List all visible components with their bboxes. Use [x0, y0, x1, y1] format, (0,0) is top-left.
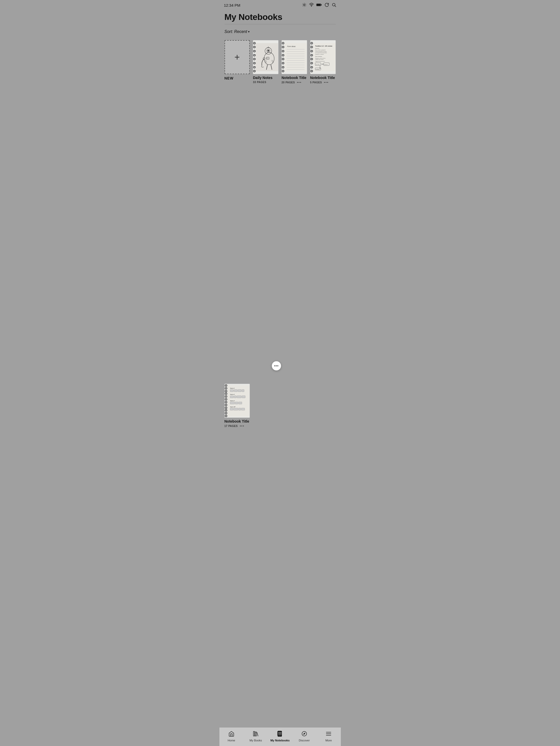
sort-label: Sort: Recent	[225, 29, 247, 34]
nav-my-books-label: My Books	[250, 739, 262, 742]
nav-more-label: More	[325, 739, 332, 742]
svg-point-19	[268, 50, 269, 52]
svg-text:Option 1: Option 1	[230, 388, 234, 389]
svg-text:Feedback: Feedback	[316, 69, 319, 70]
battery-icon	[316, 3, 322, 7]
notebook-4-meta: 17 PAGES •••	[225, 424, 250, 428]
notebook-grid: + NEW	[219, 36, 341, 727]
nav-discover[interactable]: Discover	[292, 729, 316, 743]
svg-line-7	[303, 6, 303, 6]
spiral-binding-3	[310, 40, 313, 74]
notebook-3-info: Notebook Title 5 PAGES •••	[310, 76, 336, 84]
svg-rect-64	[230, 390, 233, 392]
svg-point-9	[311, 6, 312, 7]
svg-line-4	[305, 6, 306, 6]
more-menu-icon	[326, 731, 332, 738]
svg-text:Option 4P: Option 4P	[230, 406, 235, 407]
notebook-3-item[interactable]: Toolkits 1.0 - UX review Scenario: A use…	[310, 40, 336, 380]
svg-text:Option 2: Option 2	[230, 394, 234, 395]
nav-home-label: Home	[228, 739, 235, 742]
new-notebook-card[interactable]: +	[225, 40, 250, 74]
svg-rect-78	[230, 408, 233, 410]
notebook-2-more-button[interactable]: •••	[297, 81, 302, 84]
sort-button[interactable]: Sort: Recent ▾	[225, 29, 250, 34]
svg-rect-70	[234, 396, 236, 398]
svg-text:Scenario:: Scenario:	[315, 48, 319, 49]
daily-notes-info: Daily Notes 33 PAGES	[253, 76, 278, 84]
notebook-2-item[interactable]: Form ideas Notebook Title 20 PAGES	[282, 40, 307, 380]
search-icon[interactable]	[332, 3, 336, 8]
notebook-3-meta: 5 PAGES •••	[310, 81, 336, 84]
status-bar: 12:34 PM	[219, 0, 341, 9]
svg-text:User Flow: User Flow	[316, 64, 319, 65]
svg-text:Toolkits 1.0 - UX review: Toolkits 1.0 - UX review	[315, 45, 332, 47]
nav-discover-label: Discover	[299, 739, 310, 742]
notebook-3-pages: 5 PAGES	[310, 81, 322, 84]
notebook-4-item[interactable]: Option 1 Option 2 Option 3 Option 4P	[225, 384, 250, 723]
notebook-2-pages: 20 PAGES	[282, 81, 295, 84]
new-notebook-label: NEW	[225, 76, 234, 80]
notebook-3-card[interactable]: Toolkits 1.0 - UX review Scenario: A use…	[310, 40, 336, 74]
svg-point-0	[304, 4, 305, 6]
nav-home[interactable]: Home	[219, 729, 244, 743]
notebook-4-more-button[interactable]: •••	[240, 424, 245, 428]
grid-illustration: Option 1 Option 2 Option 3 Option 4P	[225, 384, 250, 418]
header: My Notebooks	[219, 9, 341, 26]
notebook-4-card[interactable]: Option 1 Option 2 Option 3 Option 4P	[225, 384, 250, 418]
svg-line-8	[305, 3, 306, 4]
discover-icon	[301, 731, 307, 738]
page-title: My Notebooks	[225, 12, 336, 22]
sort-bar: Sort: Recent ▾	[219, 26, 341, 36]
svg-text:A user needs to quickly find: A user needs to quickly find	[315, 50, 326, 51]
daily-notes-title: Daily Notes	[253, 76, 278, 80]
svg-rect-12	[317, 4, 320, 6]
lines-illustration: Form ideas	[282, 40, 307, 74]
header-divider	[225, 24, 336, 24]
svg-text:frustration or confusion.: frustration or confusion.	[315, 54, 324, 55]
daily-notes-card[interactable]	[253, 40, 278, 74]
wifi-icon	[309, 3, 314, 8]
sync-icon	[325, 3, 329, 8]
nav-more[interactable]: More	[316, 729, 341, 743]
spiral-binding-2	[282, 40, 285, 74]
svg-line-14	[335, 6, 336, 7]
new-notebook-item[interactable]: + NEW	[225, 40, 250, 380]
home-icon	[228, 731, 234, 738]
nav-my-notebooks[interactable]: My Notebooks	[268, 729, 292, 743]
svg-rect-71	[237, 396, 242, 398]
svg-text:and complete their task withou: and complete their task without	[315, 52, 327, 53]
svg-text:relevant information in the ap: relevant information in the app	[315, 51, 327, 52]
svg-rect-72	[242, 396, 245, 398]
notes-illustration: Toolkits 1.0 - UX review Scenario: A use…	[310, 40, 335, 74]
brightness-icon	[302, 3, 307, 8]
svg-rect-75	[235, 402, 238, 404]
notebook-2-meta: 20 PAGES •••	[282, 81, 307, 84]
more-button-active[interactable]: •••	[272, 361, 281, 370]
notebook-3-title: Notebook Title	[310, 76, 336, 80]
svg-text:Pain interaction:: Pain interaction:	[315, 56, 322, 57]
svg-rect-81	[241, 408, 245, 410]
daily-notes-pages: 33 PAGES	[253, 81, 266, 84]
svg-rect-79	[233, 408, 238, 410]
svg-rect-84	[278, 731, 282, 736]
svg-marker-92	[303, 733, 305, 735]
notebooks-icon	[277, 731, 283, 738]
nav-my-notebooks-label: My Notebooks	[270, 739, 289, 742]
nav-my-books[interactable]: My Books	[244, 729, 268, 743]
daily-notes-meta: 33 PAGES	[253, 81, 278, 84]
notebook-4-info: Notebook Title 17 PAGES •••	[225, 419, 250, 428]
books-icon	[253, 731, 259, 738]
notebook-4-pages: 17 PAGES	[225, 425, 238, 427]
notebook-3-more-button[interactable]: •••	[324, 81, 329, 84]
plus-icon: +	[234, 53, 240, 62]
daily-notes-item[interactable]: Daily Notes 33 PAGES •••	[253, 40, 278, 380]
status-time: 12:34 PM	[224, 3, 241, 7]
status-icons	[302, 3, 336, 8]
svg-text:multiple clicks needed.: multiple clicks needed.	[315, 59, 324, 60]
svg-text:Form ideas: Form ideas	[287, 46, 296, 47]
bottom-nav: Home My Books My Notebooks	[219, 727, 341, 746]
notebook-2-card[interactable]: Form ideas	[282, 40, 307, 74]
svg-rect-67	[242, 390, 244, 392]
svg-rect-66	[238, 390, 241, 392]
svg-text:Outcome: Outcome	[324, 64, 328, 65]
